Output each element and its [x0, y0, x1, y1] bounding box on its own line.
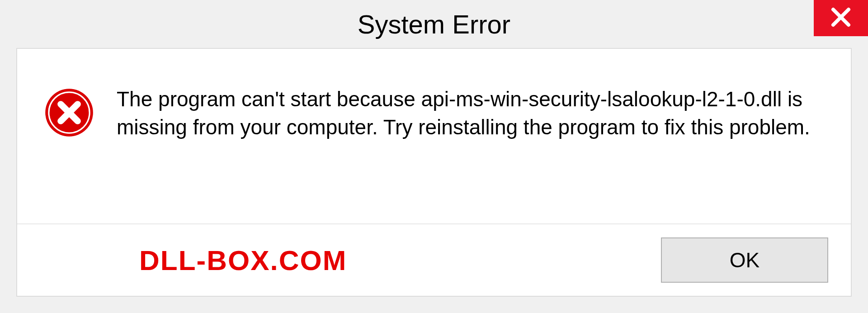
watermark-text: DLL-BOX.COM: [139, 244, 347, 276]
ok-button[interactable]: OK: [661, 237, 828, 283]
dialog-title: System Error: [358, 9, 510, 39]
close-icon: [830, 6, 852, 30]
error-icon: [44, 88, 94, 138]
close-button[interactable]: [814, 0, 868, 36]
message-row: The program can't start because api-ms-w…: [17, 49, 851, 159]
titlebar: System Error: [0, 0, 868, 48]
content-panel: The program can't start because api-ms-w…: [16, 48, 852, 297]
footer-row: DLL-BOX.COM OK: [17, 223, 851, 296]
error-message: The program can't start because api-ms-w…: [117, 85, 822, 141]
